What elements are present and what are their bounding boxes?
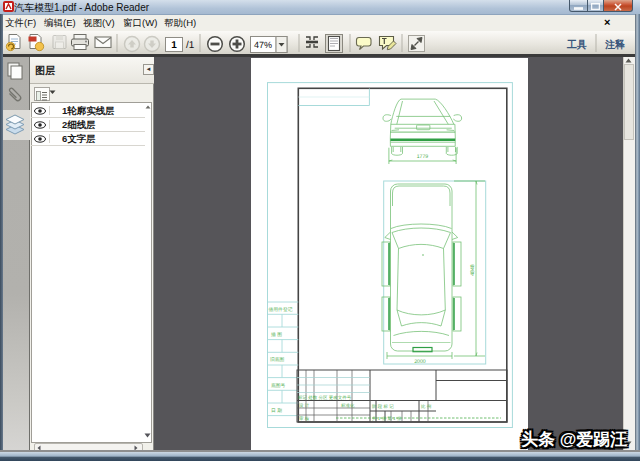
- svg-text:4848: 4848: [470, 264, 476, 276]
- svg-text:1: 1: [171, 40, 177, 51]
- svg-text:47%: 47%: [254, 40, 272, 50]
- svg-text:标准化: 标准化: [340, 403, 355, 408]
- svg-text:比 例: 比 例: [421, 404, 432, 409]
- svg-text:描 图: 描 图: [271, 332, 282, 338]
- svg-text:借用件登记: 借用件登记: [269, 307, 293, 313]
- svg-text:设 计: 设 计: [299, 403, 310, 408]
- svg-text:/1: /1: [186, 40, 195, 51]
- svg-text:2000: 2000: [414, 359, 426, 365]
- svg-text:阶 段 标 记: 阶 段 标 记: [372, 404, 394, 409]
- svg-text:审 核: 审 核: [299, 416, 310, 421]
- svg-text:旧底图: 旧底图: [270, 356, 285, 363]
- svg-text:底图号: 底图号: [271, 382, 286, 389]
- svg-text:1779: 1779: [417, 154, 429, 160]
- svg-text:日 期: 日 期: [271, 408, 282, 414]
- svg-text:标记 处数 分区 更改文件号: 标记 处数 分区 更改文件号: [297, 395, 352, 400]
